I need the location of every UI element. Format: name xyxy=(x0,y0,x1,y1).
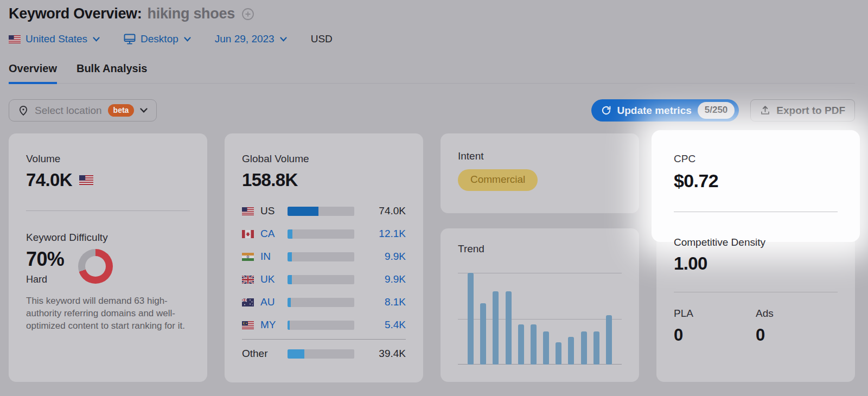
country-code[interactable]: CA xyxy=(260,228,288,240)
country-code[interactable]: AU xyxy=(260,296,288,308)
country-filter-label: United States xyxy=(25,33,87,45)
global-volume-label: Global Volume xyxy=(242,153,406,165)
trend-card: Trend xyxy=(441,228,639,382)
country-row-ca: CA 12.1K xyxy=(242,222,406,245)
country-volume-value: 9.9K xyxy=(354,251,406,263)
global-volume-value: 158.8K xyxy=(242,170,406,190)
country-filter[interactable]: United States xyxy=(9,33,100,45)
country-code[interactable]: MY xyxy=(260,319,288,331)
us-flag-icon xyxy=(9,35,21,43)
tab-bulk-analysis[interactable]: Bulk Analysis xyxy=(76,62,147,84)
country-code[interactable]: UK xyxy=(260,273,288,285)
trend-bar xyxy=(543,331,549,365)
divider xyxy=(26,210,190,211)
device-filter-label: Desktop xyxy=(141,33,178,45)
country-volume-bar xyxy=(288,252,354,261)
refresh-icon xyxy=(601,105,611,116)
trend-label: Trend xyxy=(458,243,622,255)
country-volume-bar xyxy=(288,275,354,284)
trend-bar xyxy=(506,291,512,365)
keyword-difficulty-value: 70% xyxy=(26,248,64,271)
date-filter[interactable]: Jun 29, 2023 xyxy=(215,33,287,45)
update-metrics-label: Update metrics xyxy=(617,105,692,117)
country-volume-value: 5.4K xyxy=(354,319,406,331)
filter-bar: United States Desktop Jun 29, 2023 USD xyxy=(9,33,855,45)
divider xyxy=(674,292,838,292)
country-volume-value: 8.1K xyxy=(354,296,406,308)
volume-card: Volume 74.0K Keyword Difficulty 70% Hard… xyxy=(9,133,207,382)
country-volume-value: 9.9K xyxy=(354,273,406,285)
pla-value: 0 xyxy=(674,325,756,345)
desktop-icon xyxy=(124,34,136,44)
us-flag-icon xyxy=(79,175,93,185)
uk-flag-icon xyxy=(242,276,254,284)
au-flag-icon xyxy=(242,298,254,306)
tab-overview[interactable]: Overview xyxy=(9,62,57,84)
trend-bar xyxy=(518,324,524,365)
pla-label: PLA xyxy=(674,308,756,320)
export-pdf-button[interactable]: Export to PDF xyxy=(750,99,855,122)
add-keyword-icon[interactable] xyxy=(241,8,254,21)
intent-badge[interactable]: Commercial xyxy=(458,169,538,191)
ads-value: 0 xyxy=(756,325,838,345)
trend-bar xyxy=(480,303,486,365)
update-metrics-counter: 5/250 xyxy=(698,102,735,119)
select-location-dropdown[interactable]: Select location beta xyxy=(9,99,157,122)
country-volume-value: 74.0K xyxy=(354,205,406,217)
trend-bars xyxy=(458,273,622,365)
export-icon xyxy=(760,105,770,116)
country-code[interactable]: IN xyxy=(260,251,288,263)
trend-bar xyxy=(568,337,574,365)
page-header: Keyword Overview: hiking shoes xyxy=(9,5,855,22)
my-flag-icon xyxy=(242,321,254,329)
ca-flag-icon xyxy=(242,230,254,238)
update-metrics-button[interactable]: Update metrics 5/250 xyxy=(591,99,739,122)
keyword-difficulty-description: This keyword will demand 63 high-authori… xyxy=(26,295,190,332)
page-title: Keyword Overview: xyxy=(9,5,142,22)
trend-bar xyxy=(556,342,561,365)
toolbar-actions: Update metrics 5/250 Export to PDF xyxy=(591,99,856,122)
country-row-uk: UK 9.9K xyxy=(242,268,406,291)
keyword-difficulty-label: Keyword Difficulty xyxy=(26,232,190,244)
country-code: Other xyxy=(242,348,288,360)
competitive-density-label: Competitive Density xyxy=(674,237,838,248)
volume-value: 74.0K xyxy=(26,170,72,190)
country-row-in: IN 9.9K xyxy=(242,245,406,268)
chevron-down-icon xyxy=(280,37,287,42)
chevron-down-icon xyxy=(93,37,100,42)
country-volume-bar xyxy=(288,207,354,216)
cpc-value: $0.72 xyxy=(674,170,838,191)
global-volume-card: Global Volume 158.8K US 74.0K CA 12.1K xyxy=(225,133,423,382)
country-row-my: MY 5.4K xyxy=(242,314,406,336)
date-filter-label: Jun 29, 2023 xyxy=(215,33,275,45)
currency-label: USD xyxy=(311,33,333,45)
intent-card: Intent Commercial xyxy=(441,133,639,213)
tab-bar: Overview Bulk Analysis xyxy=(9,62,855,84)
trend-bar xyxy=(593,331,599,365)
trend-bar xyxy=(493,291,499,365)
country-row-us: US 74.0K xyxy=(242,200,406,222)
us-flag-icon xyxy=(242,207,254,215)
country-code[interactable]: US xyxy=(260,205,288,217)
intent-label: Intent xyxy=(458,150,622,162)
trend-bar xyxy=(468,273,474,365)
keyword-difficulty-level: Hard xyxy=(26,274,64,285)
competitive-density-value: 1.00 xyxy=(674,253,838,274)
cpc-label: CPC xyxy=(674,153,838,165)
keyword-text: hiking shoes xyxy=(148,5,235,22)
country-row-other: Other 39.4K xyxy=(242,342,406,365)
chevron-down-icon xyxy=(140,108,148,113)
ads-label: Ads xyxy=(756,308,838,320)
device-filter[interactable]: Desktop xyxy=(124,33,191,45)
kd-donut xyxy=(78,249,113,284)
keyword-overview-page: Keyword Overview: hiking shoes United St… xyxy=(0,0,868,382)
pla-ads-section: PLA 0 Ads 0 xyxy=(674,308,838,345)
trend-bar xyxy=(606,315,612,365)
metric-cards: Volume 74.0K Keyword Difficulty 70% Hard… xyxy=(9,133,855,382)
toolbar: Select location beta Update metrics 5/25… xyxy=(9,99,855,122)
in-flag-icon xyxy=(242,253,254,261)
beta-badge: beta xyxy=(108,104,135,117)
country-volume-list: US 74.0K CA 12.1K IN 9.9K xyxy=(242,200,406,365)
divider xyxy=(242,339,406,340)
country-volume-value: 12.1K xyxy=(354,228,406,240)
